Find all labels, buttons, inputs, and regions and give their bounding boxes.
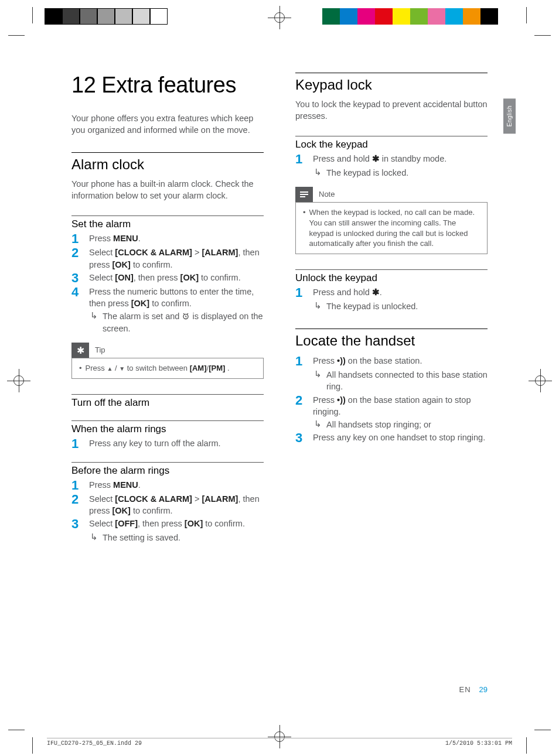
- crop-mark: [526, 7, 527, 23]
- steps-lock-keypad: 1 Press and hold ✱ in standby mode.: [295, 153, 488, 166]
- print-footer: IFU_CD270-275_05_EN.indd 29 1/5/2010 5:3…: [47, 738, 512, 747]
- print-file-name: IFU_CD270-275_05_EN.indd 29: [47, 740, 142, 747]
- result-arrow-icon: ↳: [90, 532, 98, 543]
- step: 4 Press the numeric buttons to enter the…: [71, 286, 264, 310]
- svg-rect-2: [300, 194, 308, 195]
- step: 1 Press MENU.: [71, 479, 264, 492]
- subhead-unlock-keypad: Unlock the keypad: [295, 272, 488, 284]
- step-result: ↳The setting is saved.: [90, 532, 264, 543]
- paging-icon: •)): [337, 356, 346, 365]
- crop-mark: [8, 730, 25, 730]
- tip-icon: ✱: [71, 343, 89, 358]
- result-arrow-icon: ↳: [314, 300, 322, 312]
- note-callout: Note •When the keypad is locked, no call…: [295, 187, 488, 254]
- section-keypad-lock: Keypad lock: [295, 77, 488, 93]
- steps-when-rings: 1Press any key to turn off the alarm.: [71, 437, 264, 450]
- divider: [71, 462, 264, 463]
- result-arrow-icon: ↳: [314, 369, 322, 393]
- subhead-set-alarm: Set the alarm: [71, 218, 264, 230]
- step: 1 Press •)) on the base station.: [295, 355, 488, 368]
- left-column: 12 Extra features Your phone offers you …: [71, 73, 264, 680]
- step: 3Press any key on one handset to stop ri…: [295, 432, 488, 444]
- registration-mark-right: [529, 369, 552, 392]
- step-number: 2: [295, 394, 306, 418]
- registration-mark-top: [268, 6, 291, 29]
- step-result: ↳All handsets stop ringing; or: [314, 419, 488, 430]
- star-key-icon: ✱: [372, 288, 380, 297]
- star-key-icon: ✱: [372, 154, 380, 163]
- section-intro: Your phone has a built-in alarm clock. C…: [71, 179, 264, 201]
- step-result: ↳The keypad is locked.: [314, 167, 488, 179]
- tip-label: Tip: [89, 343, 111, 358]
- steps-locate-handset: 1 Press •)) on the base station.: [295, 355, 488, 368]
- step-result: ↳All handsets connected to this base sta…: [314, 369, 488, 393]
- step: 1 Press MENU.: [71, 232, 264, 245]
- print-timestamp: 1/5/2010 5:33:01 PM: [445, 740, 512, 747]
- step-number: 4: [71, 286, 82, 310]
- divider: [295, 73, 488, 73]
- step: 1 Press and hold ✱.: [295, 286, 488, 299]
- step-number: 2: [71, 493, 82, 517]
- divider: [295, 136, 488, 136]
- right-column: Keypad lock You to lock the keypad to pr…: [295, 73, 488, 680]
- chapter-title: 12 Extra features: [71, 73, 264, 98]
- step-number: 1: [295, 355, 306, 368]
- step: 3 Select [OFF], then press [OK] to confi…: [71, 518, 264, 531]
- step: 2 Press •)) on the base station again to…: [295, 394, 488, 418]
- nav-down-icon: ▼: [119, 365, 125, 372]
- crop-mark: [32, 7, 33, 23]
- crop-mark: [526, 737, 527, 754]
- note-label: Note: [313, 187, 340, 202]
- page-footer: EN29: [459, 685, 488, 694]
- subhead-turn-off-alarm: Turn off the alarm: [71, 397, 264, 409]
- step: 1Press any key to turn off the alarm.: [71, 437, 264, 450]
- footer-lang: EN: [459, 685, 471, 694]
- step-result: ↳The keypad is unlocked.: [314, 300, 488, 312]
- crop-mark: [8, 35, 25, 36]
- step: 2 Select [CLOCK & ALARM] > [ALARM], then…: [71, 493, 264, 517]
- subhead-before-alarm-rings: Before the alarm rings: [71, 465, 264, 477]
- step-number: 3: [71, 272, 82, 285]
- divider: [295, 329, 488, 329]
- steps-before-rings: 1 Press MENU. 2 Select [CLOCK & ALARM] >…: [71, 479, 264, 531]
- section-locate-handset: Locate the handset: [295, 333, 488, 349]
- divider: [71, 420, 264, 421]
- subhead-lock-keypad: Lock the keypad: [295, 139, 488, 150]
- step-result: ↳ The alarm is set and is displayed on t…: [90, 310, 264, 334]
- svg-rect-1: [300, 191, 308, 193]
- step-number: 3: [71, 518, 82, 531]
- chapter-intro: Your phone offers you extra features whi…: [71, 113, 264, 136]
- step: 2 Select [CLOCK & ALARM] > [ALARM], then…: [71, 247, 264, 271]
- nav-up-icon: ▲: [107, 365, 113, 372]
- paging-icon: •)): [337, 395, 346, 405]
- step-number: 3: [295, 432, 306, 444]
- footer-page-number: 29: [479, 685, 488, 694]
- print-process-bar-left: [45, 8, 168, 25]
- step: 3 Select [ON], then press [OK] to confir…: [71, 272, 264, 285]
- step-number: 1: [295, 286, 306, 299]
- steps-unlock-keypad: 1 Press and hold ✱.: [295, 286, 488, 299]
- language-tab: English: [503, 98, 516, 134]
- step-number: 1: [71, 437, 82, 450]
- tip-callout: ✱ Tip • Press ▲ / ▼ to switch between [A…: [71, 343, 264, 379]
- steps-set-alarm: 1 Press MENU. 2 Select [CLOCK & ALARM] >…: [71, 232, 264, 309]
- section-intro: You to lock the keypad to prevent accide…: [295, 99, 488, 122]
- section-alarm-clock: Alarm clock: [71, 156, 264, 173]
- divider: [71, 152, 264, 153]
- step-number: 1: [71, 479, 82, 492]
- note-icon: [295, 187, 313, 202]
- crop-mark: [32, 737, 33, 754]
- svg-rect-3: [300, 196, 305, 197]
- result-arrow-icon: ↳: [314, 167, 322, 179]
- step: 1 Press and hold ✱ in standby mode.: [295, 153, 488, 166]
- steps-locate-handset-2: 2 Press •)) on the base station again to…: [295, 394, 488, 418]
- subhead-when-alarm-rings: When the alarm rings: [71, 423, 264, 435]
- result-arrow-icon: ↳: [314, 419, 322, 430]
- print-process-bar-right: [322, 8, 498, 25]
- step-number: 1: [295, 153, 306, 166]
- step-number: 2: [71, 247, 82, 271]
- registration-mark-left: [7, 369, 30, 392]
- steps-locate-handset-3: 3Press any key on one handset to stop ri…: [295, 432, 488, 444]
- alarm-icon: [182, 312, 190, 320]
- divider: [71, 215, 264, 216]
